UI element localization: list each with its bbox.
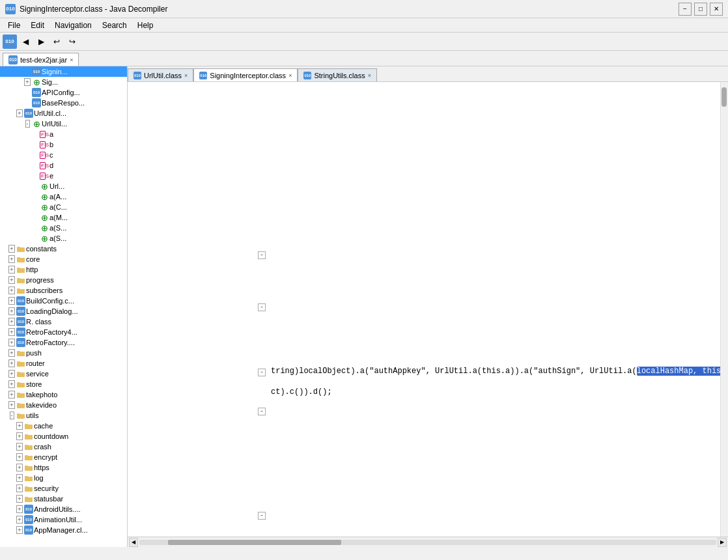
- tree-toggle[interactable]: +: [8, 391, 16, 398]
- tree-item[interactable]: + http: [0, 264, 127, 275]
- file-tab-close[interactable]: ×: [70, 57, 73, 63]
- tree-toggle[interactable]: +: [16, 443, 23, 450]
- vertical-scrollbar[interactable]: [720, 82, 728, 537]
- collapse-icon-3[interactable]: -: [258, 369, 267, 376]
- tree-item[interactable]: 010Signin...: [0, 66, 127, 77]
- tree-item[interactable]: +010LoadingDialog...: [0, 306, 127, 316]
- tree-item[interactable]: 010BaseRespo...: [0, 98, 127, 108]
- tree-item[interactable]: ⊕Url...: [0, 181, 127, 191]
- menu-help[interactable]: Help: [132, 20, 159, 31]
- tree-item[interactable]: + https: [0, 462, 127, 473]
- tree-item[interactable]: ⊕a(M...: [0, 212, 127, 223]
- tree-toggle[interactable]: +: [8, 298, 16, 304]
- tree-toggle[interactable]: -: [8, 412, 16, 419]
- tree-toggle[interactable]: +: [16, 485, 23, 492]
- tree-item[interactable]: FSc: [0, 150, 127, 160]
- tree-toggle[interactable]: +: [16, 475, 23, 481]
- tree-toggle[interactable]: +: [8, 256, 16, 262]
- tree-item[interactable]: + push: [0, 348, 127, 358]
- tree-item[interactable]: ⊕a(C...: [0, 202, 127, 212]
- tree-item[interactable]: FSb: [0, 139, 127, 150]
- collapse-icon-2[interactable]: -: [258, 303, 267, 311]
- tree-toggle[interactable]: +: [8, 308, 16, 315]
- tree-item[interactable]: + takevideo: [0, 400, 127, 410]
- tree-item[interactable]: + cache: [0, 421, 127, 431]
- tree-toggle[interactable]: +: [16, 433, 23, 440]
- editor-tab-urlutil[interactable]: 010 UrlUtil.class ×: [128, 68, 193, 81]
- tree-item[interactable]: FSd: [0, 160, 127, 171]
- tree-item[interactable]: +010AndroidUtils....: [0, 504, 127, 514]
- collapse-icon-1[interactable]: -: [258, 251, 267, 259]
- editor-tab-signing[interactable]: 010 SigningInterceptor.class ×: [193, 68, 298, 81]
- menu-search[interactable]: Search: [97, 20, 132, 31]
- tree-toggle[interactable]: -: [23, 120, 31, 127]
- tree-item[interactable]: + encrypt: [0, 452, 127, 462]
- toolbar-back[interactable]: ◀: [18, 35, 33, 49]
- tree-item[interactable]: + subscribers: [0, 285, 127, 296]
- tree-toggle[interactable]: +: [8, 318, 16, 325]
- tree-item[interactable]: +010UrlUtil.cl...: [0, 108, 127, 119]
- horizontal-scrollbar[interactable]: ◀ ▶: [128, 537, 728, 547]
- hscrollbar-thumb[interactable]: [168, 540, 341, 545]
- tree-toggle[interactable]: +: [16, 464, 23, 471]
- tree-item[interactable]: + store: [0, 379, 127, 389]
- toolbar-undo[interactable]: ↩: [49, 35, 64, 49]
- collapse-icon-5[interactable]: -: [258, 512, 267, 520]
- tree-item[interactable]: FSe: [0, 171, 127, 181]
- tree-toggle[interactable]: +: [16, 496, 23, 502]
- tree-item[interactable]: ⊕a(S...: [0, 223, 127, 233]
- tree-item[interactable]: + core: [0, 254, 127, 264]
- tree-toggle[interactable]: +: [16, 423, 23, 429]
- tree-toggle[interactable]: +: [16, 527, 23, 533]
- tree-item[interactable]: - utils: [0, 410, 127, 421]
- tree-item[interactable]: +010R. class: [0, 316, 127, 327]
- tree-toggle[interactable]: +: [8, 350, 16, 356]
- scroll-left-button[interactable]: ◀: [129, 538, 138, 547]
- tree-item[interactable]: + statusbar: [0, 494, 127, 504]
- tree-item[interactable]: +⊕Sig...: [0, 77, 127, 87]
- tree-toggle[interactable]: +: [8, 266, 16, 273]
- tree-toggle[interactable]: +: [23, 79, 31, 85]
- collapse-icon-4[interactable]: -: [258, 408, 267, 415]
- tree-toggle[interactable]: +: [16, 506, 23, 512]
- tree-item[interactable]: ⊕a(S...: [0, 233, 127, 244]
- editor-tab-stringutils[interactable]: 010 StringUtils.class ×: [298, 68, 377, 81]
- editor-tab-close-3[interactable]: ×: [368, 72, 371, 79]
- toolbar-forward[interactable]: ▶: [34, 35, 48, 49]
- tree-item[interactable]: +010AnimationUtil...: [0, 514, 127, 525]
- tree-toggle[interactable]: +: [16, 110, 23, 117]
- tree-item[interactable]: FSa: [0, 129, 127, 139]
- editor-tab-close-1[interactable]: ×: [184, 72, 188, 79]
- tree-item[interactable]: + countdown: [0, 431, 127, 441]
- tree-item[interactable]: + progress: [0, 275, 127, 285]
- tree-toggle[interactable]: +: [8, 287, 16, 294]
- tree-item[interactable]: + log: [0, 473, 127, 483]
- tree-item[interactable]: +010RetroFactory4...: [0, 327, 127, 337]
- tree-item[interactable]: + constants: [0, 244, 127, 254]
- tree-item[interactable]: -⊕UrlUtil...: [0, 119, 127, 129]
- tree-item[interactable]: +010BuildConfig.c...: [0, 296, 127, 306]
- tree-toggle[interactable]: +: [8, 402, 16, 408]
- menu-edit[interactable]: Edit: [25, 20, 49, 31]
- file-tab[interactable]: 010 test-dex2jar.jar ×: [3, 53, 79, 66]
- tree-toggle[interactable]: +: [8, 371, 16, 377]
- tree-item[interactable]: + security: [0, 483, 127, 494]
- tree-item[interactable]: + crash: [0, 441, 127, 452]
- tree-toggle[interactable]: +: [16, 516, 23, 523]
- tree-item[interactable]: +010RetroFactory....: [0, 337, 127, 348]
- tree-item[interactable]: + service: [0, 369, 127, 379]
- tree-toggle[interactable]: +: [8, 339, 16, 346]
- menu-file[interactable]: File: [3, 20, 25, 31]
- toolbar-redo[interactable]: ↪: [65, 35, 79, 49]
- tree-item[interactable]: 010APIConfig...: [0, 87, 127, 98]
- scrollbar-thumb[interactable]: [721, 87, 727, 107]
- tree-toggle[interactable]: +: [8, 277, 16, 283]
- tree-toggle[interactable]: +: [16, 454, 23, 460]
- tree-item[interactable]: ⊕a(A...: [0, 191, 127, 202]
- editor-content[interactable]: - - - - -: [128, 82, 720, 537]
- minimize-button[interactable]: −: [679, 3, 692, 16]
- tree-item[interactable]: + takephoto: [0, 389, 127, 400]
- editor-tab-close-2[interactable]: ×: [288, 72, 292, 79]
- tree-toggle[interactable]: +: [8, 329, 16, 335]
- tree-toggle[interactable]: +: [8, 381, 16, 387]
